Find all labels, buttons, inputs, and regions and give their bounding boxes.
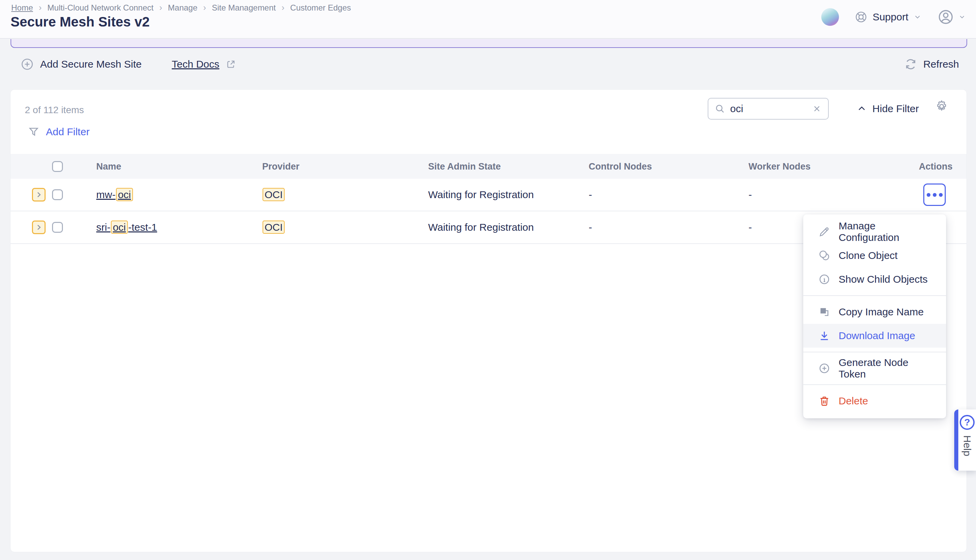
chevron-right-icon: › [39, 3, 42, 13]
chevron-down-icon [913, 13, 922, 21]
menu-item-manage-configuration[interactable]: Manage Configuration [803, 220, 946, 243]
row-actions-menu: Manage Configuration Clone Object Show C… [803, 214, 946, 418]
support-menu[interactable]: Support [855, 10, 922, 23]
column-header-control-nodes: Control Nodes [589, 161, 652, 172]
help-label: Help [961, 435, 973, 457]
clone-icon [818, 249, 831, 262]
tech-docs-label: Tech Docs [172, 58, 219, 70]
chevron-right-icon: › [159, 3, 162, 13]
chevron-right-icon: › [282, 3, 284, 13]
notice-banner [10, 39, 967, 48]
info-icon [818, 273, 831, 285]
menu-divider [803, 295, 946, 296]
header-actions: Support [821, 0, 966, 34]
site-name-link[interactable]: sri-oci-test-1 [96, 222, 157, 233]
search-icon [714, 103, 725, 114]
add-secure-mesh-site-label: Add Secure Mesh Site [40, 58, 142, 70]
help-tab-accent-bar [954, 410, 958, 471]
assistant-orb-icon[interactable] [821, 8, 839, 26]
avatar-icon [937, 8, 954, 25]
row-checkbox[interactable] [52, 189, 63, 200]
add-filter-label: Add Filter [46, 126, 89, 138]
support-label: Support [872, 11, 908, 23]
column-header-name: Name [96, 161, 121, 172]
table-row: mw-oci OCI Waiting for Registration - - [10, 179, 966, 212]
search-match-highlight: oci [111, 220, 128, 234]
app-root: Home › Multi-Cloud Network Connect › Man… [0, 0, 976, 560]
menu-item-delete[interactable]: Delete [803, 389, 946, 413]
menu-item-show-child-objects[interactable]: Show Child Objects [803, 267, 946, 291]
breadcrumb: Home › Multi-Cloud Network Connect › Man… [11, 3, 351, 13]
pencil-icon [818, 226, 831, 238]
table-settings-gear-icon[interactable] [934, 99, 949, 113]
hide-filter-toggle[interactable]: Hide Filter [857, 98, 919, 120]
provider-badge: OCI [262, 188, 285, 201]
breadcrumb-home[interactable]: Home [11, 3, 33, 13]
menu-item-download-image[interactable]: Download Image [803, 324, 946, 348]
top-header: Home › Multi-Cloud Network Connect › Man… [0, 0, 976, 39]
control-nodes-value: - [589, 222, 592, 233]
site-admin-state: Waiting for Registration [428, 222, 534, 233]
question-mark-icon: ? [960, 415, 974, 430]
external-link-icon [226, 59, 236, 70]
breadcrumb-site-management[interactable]: Site Management [212, 3, 276, 13]
clear-search-icon[interactable] [812, 103, 822, 114]
trash-icon [818, 395, 831, 407]
download-icon [818, 330, 831, 342]
page-title: Secure Mesh Sites v2 [10, 14, 150, 30]
refresh-icon [904, 58, 917, 71]
menu-item-copy-image-name[interactable]: Copy Image Name [803, 300, 946, 324]
search-box [708, 98, 829, 120]
breadcrumb-customer-edges[interactable]: Customer Edges [290, 3, 351, 13]
filter-funnel-icon [28, 126, 40, 138]
row-checkbox[interactable] [52, 222, 63, 233]
chevron-right-icon: › [203, 3, 206, 13]
items-count: 2 of 112 items [25, 105, 84, 115]
chevron-down-icon [958, 13, 966, 21]
breadcrumb-multi-cloud-network-connect[interactable]: Multi-Cloud Network Connect [47, 3, 154, 13]
row-actions-button[interactable] [923, 183, 946, 206]
column-header-worker-nodes: Worker Nodes [749, 161, 811, 172]
worker-nodes-value: - [749, 189, 752, 200]
refresh-label: Refresh [923, 58, 959, 70]
worker-nodes-value: - [749, 222, 752, 233]
notice-banner-clip [10, 39, 968, 49]
search-input[interactable] [730, 103, 807, 115]
column-header-provider: Provider [262, 161, 299, 172]
plus-circle-icon [818, 362, 831, 375]
search-match-highlight: oci [116, 188, 133, 201]
site-name-link[interactable]: mw-oci [96, 189, 133, 200]
copy-icon [818, 306, 831, 318]
hide-filter-label: Hide Filter [872, 103, 919, 115]
site-admin-state: Waiting for Registration [428, 189, 534, 200]
help-tab[interactable]: ? Help [954, 410, 976, 471]
menu-item-clone-object[interactable]: Clone Object [803, 243, 946, 267]
expand-row-icon[interactable] [32, 220, 45, 234]
control-nodes-value: - [589, 189, 592, 200]
menu-divider [803, 384, 946, 385]
account-menu[interactable] [937, 8, 966, 25]
select-all-checkbox[interactable] [52, 161, 63, 172]
menu-divider [803, 352, 946, 352]
add-secure-mesh-site-button[interactable]: Add Secure Mesh Site [20, 57, 142, 72]
refresh-button[interactable]: Refresh [904, 57, 959, 72]
plus-circle-icon [20, 57, 34, 71]
expand-row-icon[interactable] [32, 188, 45, 202]
tech-docs-link[interactable]: Tech Docs [172, 57, 236, 72]
breadcrumb-manage[interactable]: Manage [168, 3, 197, 13]
menu-item-generate-node-token[interactable]: Generate Node Token [803, 357, 946, 380]
chevron-up-icon [857, 103, 867, 114]
provider-badge: OCI [262, 220, 285, 234]
add-filter-button[interactable]: Add Filter [28, 126, 89, 138]
lifebuoy-icon [855, 10, 867, 23]
column-header-actions: Actions [919, 161, 953, 172]
table-header-row: Name Provider Site Admin State Control N… [10, 154, 966, 179]
column-header-site-admin-state: Site Admin State [428, 161, 501, 172]
